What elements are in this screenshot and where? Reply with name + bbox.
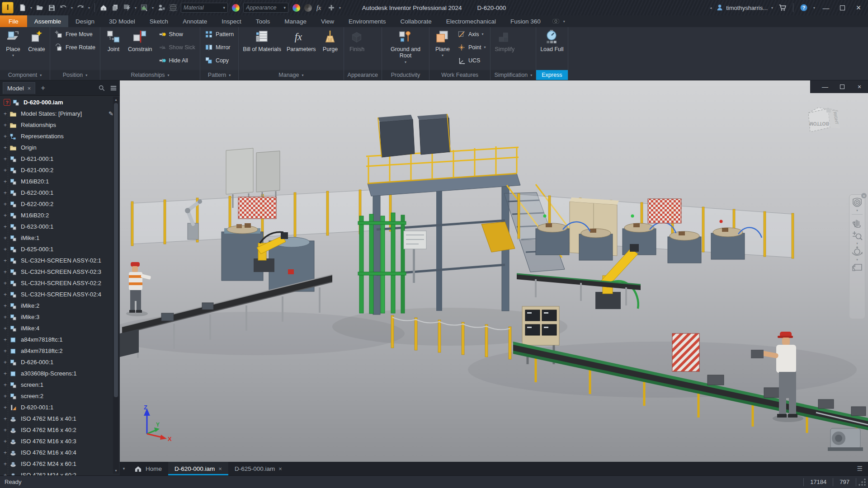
scrollbar-thumb[interactable] <box>114 103 118 397</box>
browser-menu-icon[interactable] <box>110 84 117 92</box>
tree-item[interactable]: + ISO 4762 M24 x 60:2 <box>0 469 120 475</box>
account-menu[interactable]: timothysharris... ▾ <box>716 4 774 12</box>
new-file-caret[interactable]: ▾ <box>29 6 33 10</box>
tree-item[interactable]: + D-621-000:1 <box>0 153 120 164</box>
tree-item[interactable]: + SL-C32H-SCREEN ASSY-02:1 <box>0 255 120 266</box>
ribbon-button[interactable]: Bill of Materials <box>240 28 284 70</box>
inventor-logo-icon[interactable]: I <box>2 2 14 14</box>
redo-icon[interactable] <box>75 2 86 14</box>
ribbon-tab[interactable]: File <box>0 15 27 27</box>
tree-item[interactable]: + D-622-000:1 <box>0 187 120 198</box>
ribbon-button[interactable]: Place ▾ <box>1 28 25 70</box>
ribbon-panel-label[interactable]: Work Features <box>429 70 491 80</box>
ribbon-button[interactable]: UCS <box>454 54 489 67</box>
add-browser-tab-button[interactable]: + <box>39 84 47 92</box>
tree-item[interactable]: + iMike:2 <box>0 300 120 311</box>
resize-grip[interactable] <box>858 478 866 486</box>
screencast-menu[interactable]: ▾ <box>548 15 570 27</box>
tab-scroll-caret[interactable]: ▾ <box>120 462 128 475</box>
ribbon-tab[interactable]: Collaborate <box>393 15 439 27</box>
new-window-icon[interactable] <box>110 2 121 14</box>
ribbon-button[interactable]: Axis ▾ <box>454 28 489 41</box>
clear-appearance-icon[interactable] <box>302 2 313 14</box>
ribbon-button[interactable]: Pattern <box>202 28 237 41</box>
tree-item[interactable]: + Representations <box>0 131 120 142</box>
ribbon-panel-label[interactable]: Manage ▾ <box>239 70 343 80</box>
ribbon-button[interactable]: Point ▾ <box>454 41 489 54</box>
tree-item[interactable]: + D-626-000:1 <box>0 357 120 368</box>
tree-item[interactable]: + SL-C32H-SCREEN ASSY-02:2 <box>0 277 120 289</box>
tree-item[interactable]: + screen:1 <box>0 379 120 390</box>
ribbon-tab[interactable]: Design <box>68 15 102 27</box>
document-tab[interactable]: D-625-000.iam × <box>228 462 288 475</box>
doc-close-button[interactable]: × <box>851 81 868 92</box>
doc-minimize-button[interactable]: — <box>816 81 834 92</box>
document-tab[interactable]: Home <box>128 462 168 475</box>
tree-item[interactable]: + iMike:3 <box>0 311 120 323</box>
tree-item[interactable]: + iMike:1 <box>0 232 120 244</box>
tree-item[interactable]: + ISO 4762 M16 x 40:2 <box>0 424 120 436</box>
ribbon-tab[interactable]: Environments <box>341 15 393 27</box>
ilogic-caret[interactable]: ▾ <box>133 6 138 10</box>
maximize-button[interactable] <box>835 2 849 14</box>
ribbon-button[interactable]: Show <box>155 28 198 41</box>
document-tab[interactable]: D-620-000.iam × <box>168 462 228 475</box>
cart-icon[interactable] <box>777 2 788 14</box>
measure-chart-icon[interactable] <box>139 2 150 14</box>
undo-caret[interactable]: ▾ <box>70 6 74 10</box>
save-icon[interactable] <box>46 2 57 14</box>
orbit-icon[interactable] <box>851 246 863 258</box>
ribbon-panel-label[interactable]: Express <box>536 70 567 80</box>
ribbon-tab[interactable]: Manage <box>277 15 314 27</box>
ribbon-button[interactable]: Purge <box>319 28 342 70</box>
tree-item[interactable]: + SL-C32H-SCREEN ASSY-02:3 <box>0 266 120 277</box>
ribbon-button[interactable]: Plane ▾ <box>431 28 454 70</box>
home-icon[interactable] <box>98 2 109 14</box>
ribbon-tab[interactable]: Assemble <box>27 15 68 27</box>
navbar-close-icon[interactable]: × <box>861 193 867 198</box>
component-person-icon[interactable] <box>156 2 167 14</box>
ribbon-button[interactable]: Ground and Root ▾ <box>383 28 428 70</box>
tree-item[interactable]: + D-625-000:1 <box>0 244 120 255</box>
tree-item[interactable]: + D-622-000:2 <box>0 198 120 210</box>
tree-item[interactable]: + D-623-000:1 <box>0 221 120 232</box>
tree-item[interactable]: + a84xm7818ftc:1 <box>0 334 120 345</box>
browser-scrollbar[interactable]: ▴ ▾ <box>113 97 119 474</box>
tree-item[interactable]: + ISO 4762 M16 x 40:1 <box>0 413 120 424</box>
tree-item[interactable]: + ISO 4762 M16 x 40:4 <box>0 447 120 458</box>
close-button[interactable]: × <box>852 2 865 14</box>
tree-item[interactable]: + ISO 4762 M24 x 60:1 <box>0 458 120 469</box>
ribbon-tab[interactable]: Sketch <box>142 15 175 27</box>
tree-item[interactable]: + D-621-000:2 <box>0 164 120 176</box>
new-file-icon[interactable] <box>17 2 28 14</box>
navigation-wheel-icon[interactable] <box>851 197 863 208</box>
ribbon-button[interactable]: fx Parameters <box>284 28 319 70</box>
ribbon-panel-label[interactable]: Relationships ▾ <box>100 70 200 80</box>
material-sphere-icon[interactable] <box>168 2 179 14</box>
ribbon-tab[interactable]: Annotate <box>175 15 214 27</box>
ribbon-button[interactable]: Finish <box>345 28 369 70</box>
ribbon-button[interactable]: Simplify <box>492 28 517 70</box>
ribbon-button[interactable]: Copy <box>202 54 237 67</box>
viewcube[interactable]: BOTTOM RIGHT <box>801 95 844 138</box>
collapse-caret[interactable]: ◂ <box>708 6 713 10</box>
tree-item[interactable]: + Origin <box>0 142 120 153</box>
ribbon-tab[interactable]: Tools <box>249 15 278 27</box>
ilogic-icon[interactable] <box>122 2 132 14</box>
look-at-icon[interactable] <box>851 262 863 274</box>
tree-item[interactable]: + D-620-001:1 <box>0 402 120 413</box>
minimize-button[interactable]: — <box>819 2 833 14</box>
search-icon[interactable] <box>98 84 105 92</box>
redo-caret[interactable]: ▾ <box>87 6 91 10</box>
customize-qat-caret[interactable]: ▾ <box>338 6 342 10</box>
ribbon-button[interactable]: Free Move <box>52 28 99 41</box>
tab-close-icon[interactable]: × <box>278 465 282 472</box>
ribbon-tab[interactable]: Fusion 360 <box>503 15 548 27</box>
ribbon-panel-label[interactable]: Position ▾ <box>50 70 100 80</box>
ribbon-button[interactable]: Create <box>25 28 48 70</box>
tab-menu-icon[interactable]: ☰ <box>851 462 868 475</box>
tree-item[interactable]: + ISO 4762 M16 x 40:3 <box>0 436 120 447</box>
tree-item[interactable]: + Model States: [Primary] ✎ <box>0 108 120 119</box>
material-combobox[interactable]: Material ▾ <box>181 3 228 13</box>
ribbon-button[interactable]: Constrain <box>125 28 155 70</box>
